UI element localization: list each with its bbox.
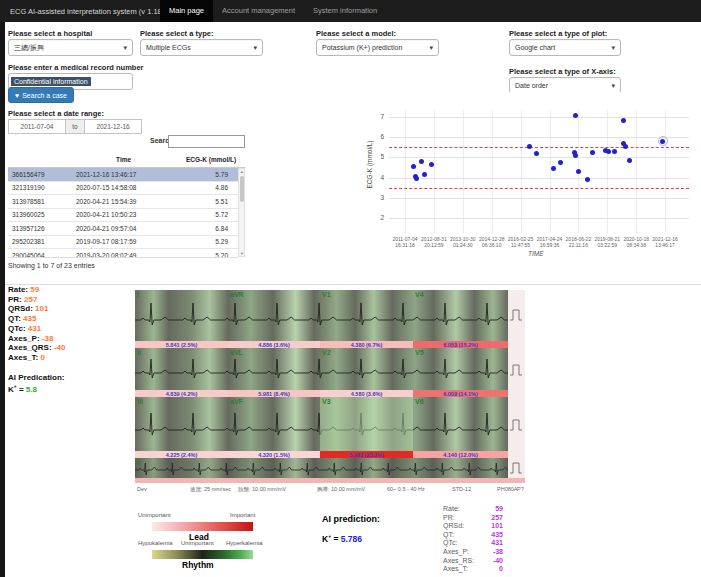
date-to-input[interactable]: 2021-12-16 [84,119,142,134]
table-row[interactable]: 3139785812020-04-21 15:54:395.51 [8,195,238,209]
table-row[interactable]: 2952023812019-09-17 08:17:595.29 [8,236,238,250]
metric-value: -38 [479,548,503,557]
data-point[interactable] [627,158,632,163]
caret-down-icon: ▾ [253,44,257,52]
chart-gridline [521,110,522,233]
cell-ecgk: 5.51 [182,195,238,208]
metric-value: 101 [479,522,503,531]
importance-cell: 6.009 (14.1%) [413,390,508,397]
data-point[interactable] [414,176,419,181]
ai-prediction-label: AI prediction: [322,514,380,524]
lead-label: II [137,459,141,466]
data-point[interactable] [411,164,416,169]
cell-time: 2019-09-17 08:17:59 [70,236,182,249]
type-value: Multiple ECGs [146,44,191,51]
ecg-footer-item: PH080A [497,486,518,492]
cell-time: 2020-04-21 10:50:23 [70,209,182,222]
search-case-button[interactable]: ♥ Search a case [8,87,74,103]
table-row[interactable]: 2900450642019-03-20 08:02:495.20 [8,249,238,258]
lead-label: III [137,398,143,405]
importance-cell: 4.225 (2.4%) [135,451,228,458]
metric-label: QRSd: [443,522,479,531]
cell-record-id: 366156479 [8,168,70,181]
importance-cell: 4.839 (4.2%) [135,390,228,397]
scrollbar-thumb[interactable] [240,176,245,202]
rhythm-legend-right-label: Hyperkalemia [226,540,263,546]
table-header: Time ↕ ECG-K (mmol/L) ↕ [8,152,245,168]
record-value: Confidential information [11,77,91,86]
data-point[interactable] [590,150,595,155]
table-row[interactable]: 3213191902020-07-15 14:58:084.86 [8,182,238,196]
ecg-footer-item: 胸導: 10.00 mm/mV [317,486,365,493]
metric-label: Axes_RS: [443,557,479,566]
data-point[interactable] [585,177,590,182]
lead-label: V2 [322,349,331,356]
data-point[interactable] [527,144,532,149]
chart-gridline [434,110,435,233]
ecg-measurements-panel: Rate: 59PR: 257QRSd: 101QT: 435QTc: 431A… [8,285,65,395]
ecg-footer-item: Dev [137,486,147,492]
chart-gridline [665,110,666,233]
rhythm-shade [135,458,508,478]
metric-line: PR: 257 [8,295,65,305]
metric-line: QTc: 431 [8,324,65,334]
ecgk-scatter-chart[interactable]: ECG-K (mmol/L) TIME 2011-07-0416:31:1820… [358,92,698,267]
metric-label: QT: [443,531,479,540]
lead-label: I [137,291,139,298]
ecg-records-table: 3661564792021-12-16 13:46:175.7932131919… [8,168,238,258]
type-select[interactable]: Multiple ECGs ▾ [140,39,263,56]
metric-line: Axes_P:-38 [443,548,503,557]
tab-main-page[interactable]: Main page [160,0,213,22]
scroll-down-icon[interactable]: ▼ [239,251,245,256]
tab-system-information[interactable]: System information [304,0,386,22]
data-point[interactable] [612,149,617,154]
metric-value: 431 [479,539,503,548]
metric-line: QTc:431 [443,539,503,548]
data-point[interactable] [623,144,628,149]
data-point[interactable] [558,160,563,165]
app-title: ECG AI-assisted interpretation system (v… [10,7,164,16]
metric-line: Rate: 59 [8,285,65,295]
data-point[interactable] [606,149,611,154]
importance-cell: 5.981 (8.4%) [228,390,320,397]
importance-cell: 4.886 (3.6%) [228,341,320,348]
data-point[interactable] [576,169,581,174]
metric-line: QT: 435 [8,314,65,324]
importance-band: 4.839 (4.2%)5.981 (8.4%)4.580 (3.6%)6.00… [135,390,508,397]
scroll-up-icon[interactable]: ▲ [239,169,245,174]
table-row[interactable]: 3139571262020-04-21 09:57:046.84 [8,222,238,236]
type-label: Please select a type: [140,29,213,38]
model-select[interactable]: Potassium (K+) prediction ▾ [316,39,439,56]
importance-cell: 4.320 (1.5%) [228,451,320,458]
lead-label: aVL [230,349,243,356]
table-row[interactable]: 3661564792021-12-16 13:46:175.79 [8,168,238,182]
data-point[interactable] [534,151,539,156]
tab-account-management[interactable]: Account management [213,0,304,22]
column-header-ecgk[interactable]: ECG-K (mmol/L) ↕ [182,152,245,167]
ecg-footer-item: 速度: 25 mm/sec [190,486,231,493]
navbar: ECG AI-assisted interpretation system (v… [0,0,701,22]
metric-line: QRSd:101 [443,522,503,531]
metric-value: 0 [479,565,503,574]
data-point[interactable] [419,159,424,164]
plot-type-select[interactable]: Google chart ▾ [509,39,621,56]
chart-gridline [463,110,464,233]
table-scrollbar[interactable]: ▲ ▼ [238,168,245,257]
column-header-id[interactable] [8,152,70,167]
ecg-image[interactable]: Dev速度: 25 mm/sec肢體: 10.00 mm/mV胸導: 10.00… [135,290,525,505]
date-range-label: Please select a date range: [8,109,104,118]
table-search-input[interactable] [168,135,245,148]
column-header-time[interactable]: Time ↕ [70,152,182,167]
rhythm-legend-title: Rhythm [182,560,214,570]
data-point[interactable] [621,118,626,123]
data-point[interactable] [551,166,556,171]
reference-line [389,147,689,148]
metric-label: PR: [443,514,479,523]
ecg-footer-item: P? [517,486,524,492]
sort-icon: ↕ [133,157,136,163]
hospital-select[interactable]: 三總/振興 ▾ [8,39,133,56]
chart-y-tick-label: 5 [362,153,384,160]
window-edge [0,0,5,577]
date-from-input[interactable]: 2011-07-04 [8,119,66,134]
table-row[interactable]: 3139600252020-04-21 10:50:235.72 [8,209,238,223]
